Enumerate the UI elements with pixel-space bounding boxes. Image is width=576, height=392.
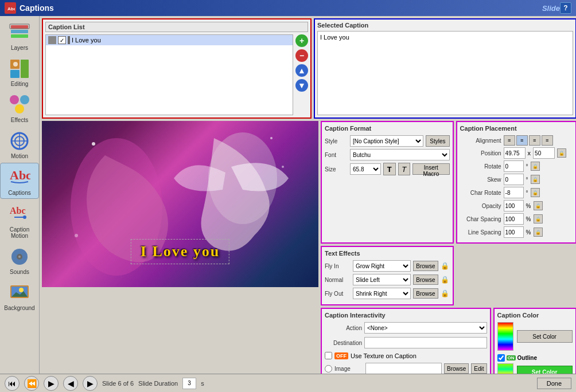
outline-set-color-button[interactable]: Set Color bbox=[517, 366, 573, 374]
align-right-button[interactable]: ≡ bbox=[529, 135, 540, 146]
texture-toggle-row: OFF Use Texture on Caption bbox=[325, 352, 487, 359]
bold-button[interactable]: T bbox=[383, 163, 396, 175]
normal-browse-button[interactable]: Browse bbox=[413, 275, 438, 285]
char-rotate-degree: ° bbox=[526, 190, 528, 196]
duration-input[interactable] bbox=[182, 378, 196, 389]
fly-out-browse-button[interactable]: Browse bbox=[413, 288, 438, 299]
sidebar-item-label-caption-motion: Caption Motion bbox=[1, 226, 38, 239]
sidebar-item-motion[interactable]: Motion bbox=[0, 127, 39, 162]
action-select[interactable]: <None> bbox=[364, 322, 487, 334]
char-rotate-label: Char Rotate bbox=[460, 190, 501, 196]
sidebar-item-captions[interactable]: Abc Captions bbox=[0, 163, 39, 199]
caption-list-item[interactable]: ✓ I Love you bbox=[46, 35, 293, 45]
opacity-lock-button[interactable]: 🔒 bbox=[534, 201, 543, 210]
caption-interactivity-panel: Caption Interactivity Action <None> bbox=[321, 308, 491, 374]
align-left-button[interactable]: ≡ bbox=[504, 135, 515, 146]
play-button[interactable]: ▶ bbox=[44, 376, 59, 391]
position-lock-button[interactable]: 🔒 bbox=[557, 148, 566, 158]
layers-icon bbox=[7, 21, 32, 45]
insert-macro-button[interactable]: Insert Macro bbox=[412, 163, 449, 175]
rotate-lock-button[interactable]: 🔒 bbox=[531, 162, 540, 171]
caption-check[interactable]: ✓ bbox=[58, 36, 66, 44]
svg-rect-7 bbox=[10, 70, 20, 78]
svg-rect-2 bbox=[11, 25, 28, 29]
help-button[interactable]: ? bbox=[560, 2, 571, 14]
size-label: Size bbox=[325, 166, 348, 173]
normal-select[interactable]: Slide Left bbox=[353, 274, 411, 285]
move-down-caption-button[interactable]: ▼ bbox=[295, 79, 308, 92]
italic-button[interactable]: T bbox=[398, 163, 411, 175]
char-spacing-row: Char Spacing % 🔒 bbox=[460, 213, 573, 225]
font-select[interactable]: Butchu bbox=[350, 149, 450, 160]
size-select[interactable]: 65.8 bbox=[350, 163, 381, 175]
svg-point-19 bbox=[23, 215, 26, 219]
selected-caption-title: Selected Caption bbox=[317, 22, 573, 29]
slide-label: Slide bbox=[542, 4, 560, 13]
image-path-input[interactable] bbox=[365, 363, 442, 374]
main-set-color-button[interactable]: Set Color bbox=[517, 330, 573, 343]
char-rotate-lock-button[interactable]: 🔒 bbox=[531, 188, 540, 197]
motion-icon bbox=[7, 129, 32, 153]
fly-in-select[interactable]: Grow Right bbox=[353, 260, 411, 272]
align-justify-button[interactable]: ≡ bbox=[542, 135, 553, 146]
normal-label: Normal bbox=[325, 277, 351, 283]
char-spacing-input[interactable] bbox=[504, 213, 524, 225]
texture-label: Use Texture on Caption bbox=[351, 352, 417, 359]
done-button[interactable]: Done bbox=[537, 378, 571, 389]
fly-out-label: Fly Out bbox=[325, 291, 351, 297]
caption-list-content[interactable]: ✓ I Love you bbox=[45, 34, 293, 115]
remove-caption-button[interactable]: − bbox=[295, 49, 308, 62]
title-bar: Abc Captions Slide ? bbox=[0, 0, 576, 16]
styles-button[interactable]: Styles bbox=[426, 135, 449, 147]
line-spacing-lock-button[interactable]: 🔒 bbox=[534, 228, 543, 237]
svg-rect-4 bbox=[11, 34, 28, 38]
move-up-caption-button[interactable]: ▲ bbox=[295, 64, 308, 77]
main-layout: Layers Editing bbox=[0, 16, 576, 374]
skew-degree: ° bbox=[526, 177, 528, 183]
svg-text:Abc: Abc bbox=[7, 6, 15, 11]
style-select[interactable]: [No Caption Style] bbox=[350, 135, 423, 147]
nav-left-button[interactable]: ◀ bbox=[63, 376, 78, 391]
char-rotate-row: Char Rotate ° 🔒 bbox=[460, 187, 573, 198]
sidebar-item-editing[interactable]: Editing bbox=[0, 54, 39, 89]
opacity-row: Opacity % 🔒 bbox=[460, 200, 573, 211]
image-browse-button[interactable]: Browse bbox=[444, 363, 469, 374]
sidebar-item-caption-motion[interactable]: Abc Caption Motion bbox=[0, 200, 39, 241]
caption-placement-title: Caption Placement bbox=[460, 125, 573, 132]
image-radio[interactable] bbox=[325, 365, 332, 373]
skew-lock-button[interactable]: 🔒 bbox=[531, 175, 540, 184]
char-spacing-lock-button[interactable]: 🔒 bbox=[534, 214, 543, 224]
sidebar-item-sounds[interactable]: Sounds bbox=[0, 242, 39, 277]
rotate-input[interactable] bbox=[504, 160, 524, 172]
back-button[interactable]: ⏪ bbox=[24, 376, 39, 391]
sidebar-item-effects[interactable]: Effects bbox=[0, 91, 39, 126]
outline-row: ON Outline bbox=[497, 354, 573, 362]
sidebar-item-background[interactable]: Background bbox=[0, 279, 39, 313]
placement-spacer bbox=[456, 246, 576, 305]
texture-checkbox[interactable] bbox=[325, 352, 332, 359]
preview-caption-text: I Love you bbox=[141, 243, 220, 260]
content-area: Caption List ✓ I Love you bbox=[40, 16, 576, 374]
image-edit-button[interactable]: Edit bbox=[471, 363, 487, 374]
fly-out-row: Fly Out Shrink Right Browse 🔒 bbox=[325, 288, 450, 299]
line-spacing-input[interactable] bbox=[504, 226, 524, 238]
svg-point-25 bbox=[19, 288, 24, 292]
opacity-input[interactable] bbox=[504, 200, 524, 211]
caption-interactivity-title: Caption Interactivity bbox=[325, 312, 487, 319]
nav-right-button[interactable]: ▶ bbox=[83, 376, 98, 391]
add-caption-button[interactable]: + bbox=[295, 34, 308, 47]
fly-out-select[interactable]: Shrink Right bbox=[353, 288, 411, 299]
sidebar-item-layers[interactable]: Layers bbox=[0, 18, 39, 53]
skew-input[interactable] bbox=[504, 174, 524, 185]
line-spacing-row: Line Spacing % 🔒 bbox=[460, 226, 573, 238]
char-rotate-input[interactable] bbox=[504, 187, 524, 198]
align-center-button[interactable]: ≡ bbox=[516, 135, 528, 146]
position-y-input[interactable]: 50 bbox=[533, 147, 555, 159]
destination-input[interactable] bbox=[364, 337, 487, 348]
position-x-input[interactable]: 49.75 bbox=[504, 147, 526, 159]
slide-info: Slide 6 of 6 bbox=[102, 380, 134, 387]
selected-caption-textarea[interactable]: I Love you bbox=[317, 31, 573, 115]
rewind-button[interactable]: ⏮ bbox=[5, 376, 20, 391]
fly-in-browse-button[interactable]: Browse bbox=[413, 261, 438, 271]
outline-checkbox[interactable] bbox=[497, 354, 505, 362]
